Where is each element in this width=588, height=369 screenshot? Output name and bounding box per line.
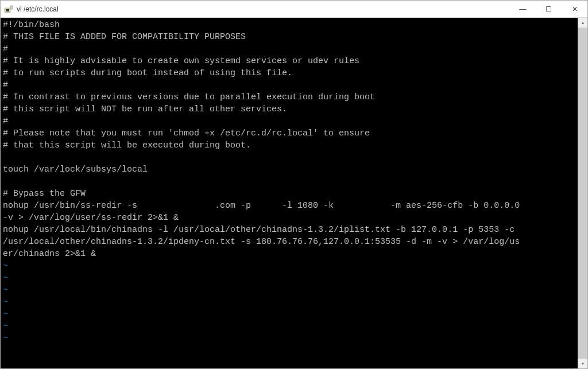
- putty-icon: [4, 5, 13, 14]
- minimize-button[interactable]: —: [510, 1, 536, 17]
- scrollbar[interactable]: ▴ ▾: [578, 18, 587, 368]
- scrollbar-track[interactable]: [578, 28, 587, 359]
- close-button[interactable]: ✕: [562, 1, 587, 17]
- window-title: vi /etc/rc.local: [17, 5, 510, 13]
- window-controls: — ☐ ✕: [510, 1, 587, 17]
- terminal-area: #!/bin/bash # THIS FILE IS ADDED FOR COM…: [1, 18, 587, 368]
- titlebar[interactable]: vi /etc/rc.local — ☐ ✕: [1, 1, 587, 18]
- window: vi /etc/rc.local — ☐ ✕ #!/bin/bash # THI…: [0, 0, 588, 369]
- scrollbar-thumb[interactable]: [578, 28, 587, 359]
- maximize-button[interactable]: ☐: [536, 1, 562, 17]
- svg-rect-1: [6, 9, 9, 11]
- scroll-up-button[interactable]: ▴: [578, 18, 587, 28]
- terminal-content[interactable]: #!/bin/bash # THIS FILE IS ADDED FOR COM…: [1, 18, 578, 368]
- scroll-down-button[interactable]: ▾: [578, 359, 587, 368]
